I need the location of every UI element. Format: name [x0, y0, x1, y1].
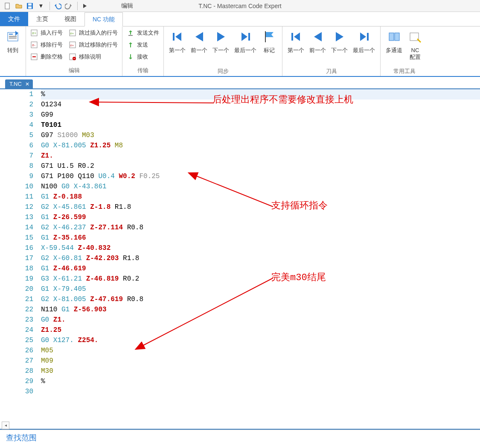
code-line[interactable]: G0 Z1. — [41, 315, 480, 325]
qat-open-icon[interactable] — [14, 1, 24, 11]
skip-inserted-button[interactable]: #»跳过插入的行号 — [67, 27, 119, 38]
multi-channel-button[interactable]: 多通道 — [383, 27, 405, 67]
code-line[interactable]: G0 X-81.005 Z1.25 M8 — [41, 141, 480, 151]
code-line[interactable]: X-59.544 Z-40.832 — [41, 243, 480, 253]
qat-save-icon[interactable] — [25, 1, 35, 11]
group-label-common: 常用工具 — [383, 67, 425, 76]
code-line[interactable]: M09 — [41, 356, 480, 366]
remove-line-number-button[interactable]: #-移除行号 — [29, 39, 64, 50]
tool-prev-button[interactable]: 前一个 — [307, 27, 329, 67]
send-file-button[interactable]: 发送文件 — [125, 27, 161, 38]
code-line[interactable]: G1 Z-0.188 — [41, 192, 480, 202]
ribbon-group-edit: #+插入行号 #-移除行号 删除空格 #»跳过插入的行号 #»跳过移除的行号 移… — [26, 26, 122, 76]
book-icon — [387, 29, 402, 44]
skip-inserted-icon: #» — [69, 29, 76, 37]
code-line[interactable]: G1 Z-26.599 — [41, 212, 480, 223]
svg-rect-3 — [28, 6, 32, 9]
code-line[interactable]: M05 — [41, 346, 480, 356]
code-line[interactable]: G71 U1.5 R0.2 — [41, 161, 480, 171]
svg-rect-20 — [173, 33, 175, 41]
group-label-edit: 编辑 — [29, 66, 119, 75]
qat-dropdown-icon[interactable]: ▼ — [36, 1, 46, 11]
line-number-gutter: 1234567891011121314151617181920212223242… — [0, 89, 38, 429]
scroll-toggle[interactable]: ◂ — [2, 422, 9, 429]
tab-home[interactable]: 主页 — [28, 12, 56, 26]
code-line[interactable]: G1 Z-46.619 — [41, 264, 480, 274]
tool-next-button[interactable]: 下一个 — [329, 27, 350, 67]
code-line[interactable]: G71 P100 Q110 U0.4 W0.2 F0.25 — [41, 171, 480, 182]
ribbon-group-common: 多通道 NC配置 常用工具 — [381, 26, 428, 76]
code-editor[interactable]: 1234567891011121314151617181920212223242… — [0, 89, 480, 430]
group-label-transfer: 传输 — [125, 66, 161, 75]
svg-rect-0 — [5, 3, 9, 9]
tab-file[interactable]: 文件 — [0, 12, 28, 26]
code-line[interactable]: G1 Z-35.166 — [41, 233, 480, 243]
sync-mark-button[interactable]: 标记 — [259, 27, 279, 67]
sync-last-button[interactable]: 最后一个 — [232, 27, 259, 67]
remove-desc-button[interactable]: 移除说明 — [67, 51, 119, 62]
last-icon — [238, 29, 253, 44]
first-icon — [170, 29, 185, 44]
download-icon — [127, 53, 134, 61]
svg-text:#+: #+ — [32, 31, 36, 35]
code-line[interactable]: M30 — [41, 366, 480, 376]
remove-line-icon: #- — [30, 41, 38, 49]
code-line[interactable]: % — [41, 89, 480, 100]
code-line[interactable]: G2 X-81.005 Z-47.619 R0.8 — [41, 294, 480, 305]
code-line[interactable]: T0101 — [41, 120, 480, 130]
tab-nc-functions[interactable]: NC 功能 — [84, 12, 123, 26]
qat-redo-icon[interactable] — [64, 1, 74, 11]
code-line[interactable]: G99 — [41, 110, 480, 120]
qat-edit-label: 编辑 — [121, 2, 133, 10]
code-line[interactable]: N110 G1 Z-56.903 — [41, 305, 480, 315]
code-line[interactable]: O1234 — [41, 100, 480, 110]
config-icon — [407, 29, 423, 44]
qat-new-icon[interactable] — [3, 1, 13, 11]
sync-prev-button[interactable]: 前一个 — [188, 27, 210, 67]
first-icon — [288, 29, 304, 44]
nc-config-button[interactable]: NC配置 — [405, 27, 425, 67]
sync-next-button[interactable]: 下一个 — [210, 27, 232, 67]
svg-text:#»: #» — [70, 32, 74, 35]
qat-play-icon[interactable] — [80, 1, 90, 11]
ribbon-group-goto: 转到 — [0, 26, 26, 76]
code-line[interactable]: G2 X-46.237 Z-27.114 R0.8 — [41, 223, 480, 233]
insert-line-number-button[interactable]: #+插入行号 — [29, 27, 64, 38]
tool-last-button[interactable]: 最后一个 — [350, 27, 378, 67]
insert-line-icon: #+ — [30, 29, 38, 37]
next-icon — [213, 29, 229, 44]
goto-button[interactable]: 转到 — [3, 27, 23, 67]
code-line[interactable]: G2 X-45.861 Z-1.8 R1.8 — [41, 202, 480, 212]
send-button[interactable]: 发送 — [125, 39, 161, 50]
remove-desc-icon — [69, 53, 76, 61]
flag-icon — [262, 29, 277, 44]
editor-tab-tnc[interactable]: T.NC ✕ — [5, 79, 33, 88]
code-line[interactable]: G97 S1000 M03 — [41, 130, 480, 141]
code-line[interactable]: G0 X127. Z254. — [41, 335, 480, 346]
svg-rect-21 — [248, 33, 250, 41]
svg-rect-25 — [395, 33, 399, 41]
receive-button[interactable]: 接收 — [125, 51, 161, 62]
tab-view[interactable]: 视图 — [56, 12, 84, 26]
search-scope-panel[interactable]: 查找范围 — [0, 430, 480, 445]
svg-text:#»: #» — [70, 44, 74, 47]
code-line[interactable]: % — [41, 376, 480, 387]
tool-first-button[interactable]: 第一个 — [285, 27, 307, 67]
code-lines[interactable]: %O1234G99T0101G97 S1000 M03G0 X-81.005 Z… — [38, 89, 480, 429]
code-line[interactable]: Z1.25 — [41, 325, 480, 335]
sync-first-button[interactable]: 第一个 — [166, 27, 188, 67]
quick-access-toolbar: ▼ 编辑 T.NC - Mastercam Code Expert — [0, 0, 480, 12]
delete-space-button[interactable]: 删除空格 — [29, 51, 64, 62]
search-scope-label: 查找范围 — [6, 433, 37, 443]
code-line[interactable]: G1 X-79.405 — [41, 284, 480, 294]
code-line[interactable]: G3 X-61.21 Z-46.819 R0.2 — [41, 274, 480, 284]
svg-rect-6 — [9, 36, 17, 37]
svg-rect-5 — [9, 34, 13, 35]
skip-removed-button[interactable]: #»跳过移除的行号 — [67, 39, 119, 50]
code-line[interactable]: Z1. — [41, 151, 480, 161]
code-line[interactable]: G2 X-60.81 Z-42.203 R1.8 — [41, 253, 480, 264]
code-line[interactable]: N100 G0 X-43.861 — [41, 182, 480, 192]
close-icon[interactable]: ✕ — [25, 81, 29, 87]
code-line[interactable] — [41, 387, 480, 397]
qat-undo-icon[interactable] — [52, 1, 63, 11]
